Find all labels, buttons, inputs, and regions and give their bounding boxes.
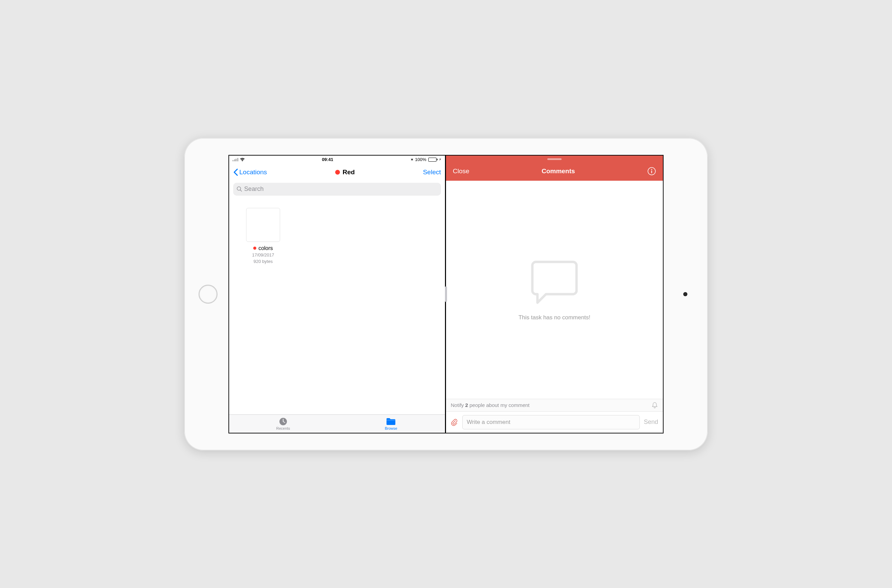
select-button[interactable]: Select [423, 168, 441, 176]
split-view-handle[interactable] [445, 286, 447, 302]
svg-rect-6 [651, 171, 652, 173]
comments-header: Close Comments [446, 156, 663, 181]
info-icon [647, 167, 656, 176]
page-title: Red [335, 168, 355, 176]
speech-bubble-icon [529, 258, 580, 306]
paperclip-icon [451, 418, 458, 426]
cellular-signal-icon [233, 158, 238, 161]
nav-bar: Locations Red Select [229, 164, 445, 181]
search-icon [236, 186, 242, 192]
tab-bar: Recents Browse [229, 414, 445, 433]
header-title: Comments [542, 168, 575, 175]
notify-text: Notify 2 people about my comment [451, 402, 529, 408]
comments-body: This task has no comments! [446, 181, 663, 399]
send-button[interactable]: Send [644, 418, 658, 426]
bluetooth-icon: ✶ [410, 157, 414, 162]
battery-percent: 100% [415, 157, 426, 162]
status-time: 09:41 [322, 157, 333, 162]
svg-line-1 [240, 190, 242, 191]
file-name: colors [258, 245, 273, 251]
tab-label: Browse [385, 426, 397, 430]
tag-color-dot [253, 247, 256, 250]
file-grid: colors 17/09/2017 920 bytes [229, 198, 445, 414]
info-button[interactable] [647, 167, 656, 176]
tag-color-dot [335, 170, 340, 175]
comment-field[interactable] [467, 419, 635, 426]
files-app: 09:41 ✶ 100% ⚡︎ Locations [229, 156, 446, 433]
close-button[interactable]: Close [453, 168, 469, 175]
bell-icon [651, 402, 658, 409]
file-date: 17/09/2017 [243, 252, 283, 258]
title-text: Red [343, 168, 355, 176]
comment-input[interactable] [462, 415, 640, 429]
tab-recents[interactable]: Recents [229, 415, 337, 433]
front-camera [683, 292, 687, 296]
svg-rect-3 [387, 420, 396, 420]
search-input[interactable] [233, 183, 441, 196]
attachment-button[interactable] [451, 418, 458, 426]
file-item-colors[interactable]: colors 17/09/2017 920 bytes [243, 208, 283, 265]
ipad-device-frame: 09:41 ✶ 100% ⚡︎ Locations [184, 138, 708, 450]
chevron-left-icon [233, 168, 238, 176]
svg-point-5 [651, 169, 652, 170]
tab-browse[interactable]: Browse [337, 415, 445, 433]
notify-row[interactable]: Notify 2 people about my comment [446, 399, 663, 412]
search-field[interactable] [244, 186, 438, 193]
home-button[interactable] [199, 285, 218, 304]
status-bar: 09:41 ✶ 100% ⚡︎ [229, 156, 445, 164]
charging-icon: ⚡︎ [439, 157, 442, 162]
empty-state-message: This task has no comments! [518, 314, 590, 321]
tab-label: Recents [276, 426, 290, 430]
back-button[interactable]: Locations [233, 168, 267, 176]
compose-row: Send [446, 412, 663, 433]
file-size: 920 bytes [243, 259, 283, 265]
folder-icon [386, 417, 396, 426]
battery-icon [428, 158, 438, 162]
file-thumbnail [246, 208, 280, 242]
back-label: Locations [239, 168, 267, 176]
todoist-app: Close Comments This task has no comments… [446, 156, 663, 433]
wifi-icon [240, 158, 245, 162]
screen: 09:41 ✶ 100% ⚡︎ Locations [229, 155, 663, 434]
sheet-drag-handle[interactable] [547, 158, 561, 160]
clock-icon [279, 417, 287, 426]
